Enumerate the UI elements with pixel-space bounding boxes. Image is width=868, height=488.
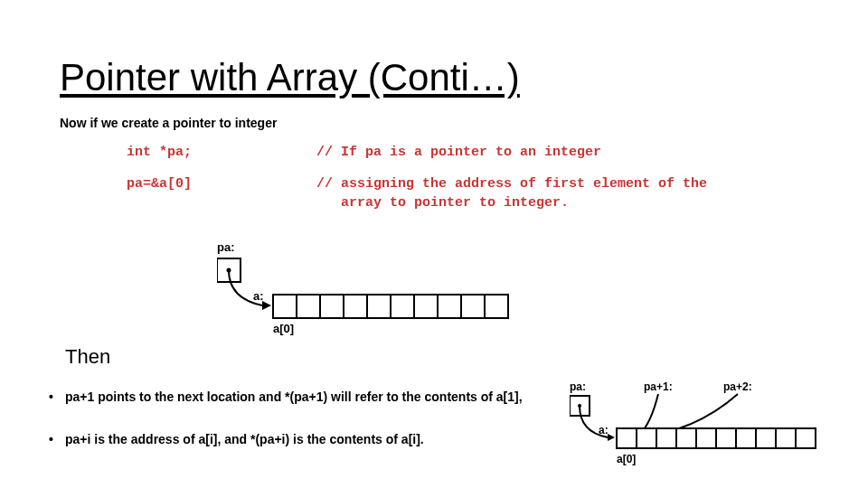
pointer-diagram-1: pa: a: a[0] [217, 235, 561, 343]
a0-label: a[0] [617, 453, 636, 465]
pointer-diagram-2: pa: pa+1: pa+2: a: a[0] [570, 378, 868, 486]
svg-rect-7 [367, 295, 391, 318]
svg-rect-25 [756, 428, 776, 448]
svg-rect-24 [736, 428, 756, 448]
svg-rect-3 [273, 295, 297, 318]
then-label: Then [65, 345, 110, 369]
pa2-label: pa+2: [723, 380, 752, 393]
svg-rect-8 [391, 295, 414, 318]
svg-rect-4 [297, 295, 320, 318]
slide-subtitle: Now if we create a pointer to integer [60, 116, 277, 130]
code-comment-2: // assigning the address of first elemen… [316, 174, 707, 212]
svg-rect-22 [696, 428, 716, 448]
pa-label: pa: [570, 380, 586, 393]
svg-rect-27 [796, 428, 816, 448]
code-decl: int *pa; [127, 143, 316, 162]
bullet-list: pa+1 points to the next location and *(p… [43, 389, 559, 474]
bullet-item: pa+i is the address of a[i], and *(pa+i)… [43, 431, 559, 448]
svg-marker-15 [608, 434, 615, 441]
svg-rect-5 [320, 295, 344, 318]
svg-rect-12 [485, 295, 508, 318]
a0-label: a[0] [273, 322, 294, 335]
svg-rect-20 [656, 428, 676, 448]
code-comment-1: // If pa is a pointer to an integer [316, 143, 601, 162]
svg-rect-10 [438, 295, 461, 318]
a-label: a: [599, 424, 609, 436]
pa-label: pa: [217, 240, 235, 254]
code-block: int *pa; // If pa is a pointer to an int… [127, 143, 707, 212]
code-assign: pa=&a[0] [127, 174, 316, 212]
svg-rect-9 [414, 295, 438, 318]
svg-rect-18 [617, 428, 637, 448]
bullet-item: pa+1 points to the next location and *(p… [43, 389, 559, 406]
svg-rect-11 [461, 295, 485, 318]
svg-rect-26 [776, 428, 796, 448]
pa1-label: pa+1: [644, 380, 673, 393]
slide-title: Pointer with Array (Conti…) [60, 56, 520, 99]
svg-rect-23 [716, 428, 736, 448]
svg-rect-19 [637, 428, 656, 448]
svg-rect-6 [344, 295, 367, 318]
a-label: a: [253, 289, 264, 303]
svg-rect-21 [676, 428, 696, 448]
